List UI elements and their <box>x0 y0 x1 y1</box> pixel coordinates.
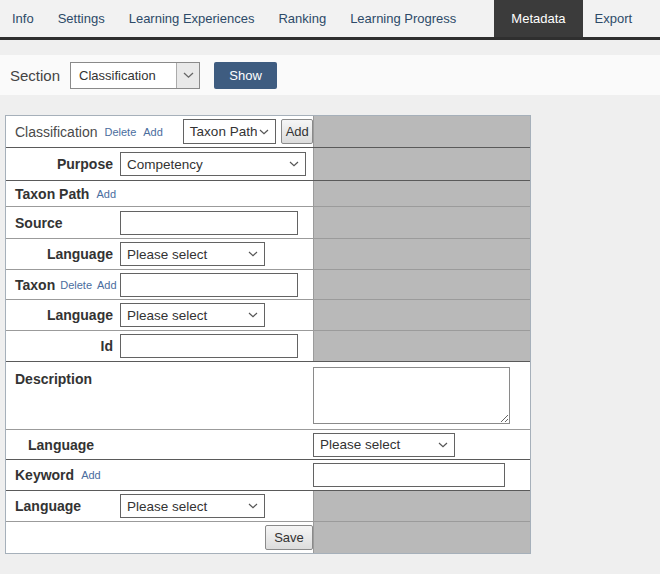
source-language-label: Language <box>6 246 120 262</box>
source-language-row: Language Please select <box>6 239 530 270</box>
element-type-select[interactable]: Taxon Path <box>183 119 277 144</box>
id-row: Id <box>6 331 530 362</box>
description-language-select-value: Please select <box>314 437 436 452</box>
save-row: Save <box>6 522 530 553</box>
taxon-language-row: Language Please select <box>6 300 530 331</box>
keyword-language-select-value: Please select <box>121 499 246 514</box>
keyword-input[interactable] <box>313 463 505 487</box>
purpose-row: Purpose Competency <box>6 148 530 181</box>
chevron-down-icon[interactable] <box>176 63 199 88</box>
source-row: Source <box>6 207 530 239</box>
taxon-label: Taxon <box>6 277 55 293</box>
source-language-select[interactable]: Please select <box>120 242 265 266</box>
spacer <box>0 95 660 115</box>
keyword-language-row: Language Please select <box>6 491 530 522</box>
tab-bar: Info Settings Learning Experiences Ranki… <box>0 0 660 40</box>
classification-title: Classification <box>6 124 97 140</box>
gray-panel <box>313 148 530 180</box>
description-label: Description <box>6 371 120 387</box>
keyword-label: Keyword <box>6 467 74 483</box>
gray-panel <box>313 181 530 206</box>
gray-panel <box>313 300 530 330</box>
classification-delete-link[interactable]: Delete <box>104 126 136 138</box>
taxon-add-link[interactable]: Add <box>97 279 117 291</box>
source-language-select-value: Please select <box>121 247 246 262</box>
taxon-path-row: Taxon Path Add <box>6 181 530 207</box>
taxon-input[interactable] <box>120 273 298 297</box>
tab-learning-progress[interactable]: Learning Progress <box>338 0 468 37</box>
gray-panel <box>313 239 530 269</box>
taxon-language-select-value: Please select <box>121 308 246 323</box>
classification-form: Classification Delete Add Taxon Path Add… <box>5 115 531 554</box>
source-input[interactable] <box>120 211 298 235</box>
classification-add-link[interactable]: Add <box>143 126 163 138</box>
gray-panel <box>313 116 530 147</box>
keyword-add-link[interactable]: Add <box>81 469 101 481</box>
section-select-value: Classification <box>71 68 176 83</box>
purpose-label: Purpose <box>6 156 120 172</box>
show-button[interactable]: Show <box>214 62 277 89</box>
keyword-language-select[interactable]: Please select <box>120 494 265 518</box>
gray-panel <box>313 491 530 521</box>
purpose-select[interactable]: Competency <box>120 152 306 176</box>
id-input[interactable] <box>120 334 298 358</box>
taxon-language-select[interactable]: Please select <box>120 303 265 327</box>
chevron-down-icon <box>289 161 299 167</box>
keyword-row: Keyword Add <box>6 460 530 491</box>
save-button[interactable]: Save <box>265 525 313 550</box>
section-select[interactable]: Classification <box>70 62 200 89</box>
tab-ranking[interactable]: Ranking <box>266 0 338 37</box>
taxon-language-label: Language <box>6 307 120 323</box>
add-element-button[interactable]: Add <box>281 119 313 144</box>
gray-panel <box>313 522 530 553</box>
section-label: Section <box>10 67 60 84</box>
tab-metadata-active[interactable]: Metadata <box>494 0 582 37</box>
classification-header-left: Classification Delete Add Taxon Path Add <box>6 116 313 147</box>
chevron-down-icon <box>259 129 269 135</box>
tab-export[interactable]: Export <box>583 0 645 37</box>
source-label: Source <box>6 215 120 231</box>
purpose-select-value: Competency <box>121 157 287 172</box>
tab-learning-experiences[interactable]: Learning Experiences <box>117 0 267 37</box>
description-language-row: Language Please select <box>6 430 530 460</box>
taxon-path-label: Taxon Path <box>6 186 89 202</box>
taxon-path-add-link[interactable]: Add <box>96 188 116 200</box>
gray-panel <box>313 270 530 299</box>
section-bar: Section Classification Show <box>0 55 660 95</box>
id-label: Id <box>6 338 120 354</box>
description-textarea[interactable] <box>313 367 510 424</box>
tab-settings[interactable]: Settings <box>46 0 117 37</box>
gray-panel <box>313 331 530 361</box>
classification-header-row: Classification Delete Add Taxon Path Add <box>6 116 530 148</box>
description-row: Description <box>6 362 530 430</box>
spacer <box>0 40 660 55</box>
description-language-select[interactable]: Please select <box>313 433 455 457</box>
description-language-label: Language <box>6 437 146 453</box>
gray-panel <box>313 207 530 238</box>
chevron-down-icon <box>248 312 258 318</box>
element-type-select-value: Taxon Path <box>184 124 258 139</box>
taxon-delete-link[interactable]: Delete <box>60 279 92 291</box>
chevron-down-icon <box>248 503 258 509</box>
chevron-down-icon <box>248 251 258 257</box>
keyword-language-label: Language <box>6 498 120 514</box>
tab-info[interactable]: Info <box>0 0 46 37</box>
taxon-row: Taxon Delete Add <box>6 270 530 300</box>
chevron-down-icon <box>438 442 448 448</box>
